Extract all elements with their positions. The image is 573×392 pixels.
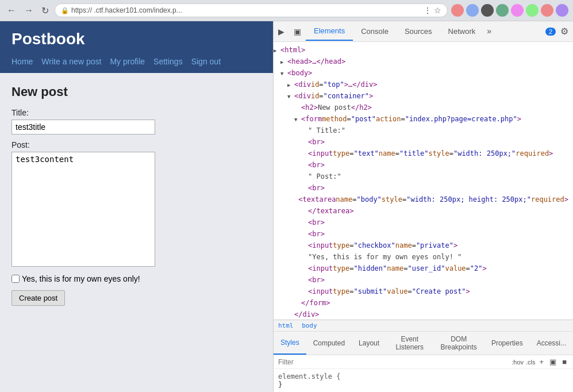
bookmark-button[interactable]: ☆ <box>434 6 441 15</box>
expand-arrow[interactable] <box>280 56 287 67</box>
profile-icon-5[interactable] <box>511 4 524 17</box>
profile-icon-3[interactable] <box>481 4 494 17</box>
head-node[interactable]: <head>…</head> <box>274 56 573 67</box>
expand-arrow[interactable] <box>294 114 301 124</box>
page-title: New post <box>11 84 261 99</box>
breadcrumb-body[interactable]: body <box>302 322 317 329</box>
br-node-6[interactable]: <br> <box>274 274 573 286</box>
devtools-bottom-panel: html body Styles Computed Layout Event L… <box>274 320 573 392</box>
html-tree[interactable]: <html> <head>…</head> <body> <div id="to… <box>274 42 573 320</box>
tab-layout[interactable]: Layout <box>352 332 386 355</box>
address-bar[interactable]: 🔒 https:// .ctf.hacker101.com/index.p...… <box>55 3 448 17</box>
text-post-node[interactable]: " Post:" <box>274 171 573 182</box>
page-content: New post Title: Post: test3content Yes, … <box>0 73 273 392</box>
textarea-close-node[interactable]: </textarea> <box>274 205 573 217</box>
div-container-node[interactable]: <div id="container"> <box>274 90 573 102</box>
tab-dom-breakpoints[interactable]: DOM Breakpoints <box>433 332 484 355</box>
more-tabs-icon[interactable]: » <box>483 22 495 41</box>
nav-home[interactable]: Home <box>11 57 33 66</box>
profile-icon-8[interactable] <box>556 4 568 17</box>
page-nav: Home Write a new post My profile Setting… <box>0 57 273 73</box>
form-close-node[interactable]: </form> <box>274 297 573 309</box>
reload-button[interactable]: ↻ <box>39 4 51 17</box>
div-close-node[interactable]: </div> <box>274 309 573 320</box>
main-split: Postbook Home Write a new post My profil… <box>0 21 573 392</box>
text-title-node[interactable]: " Title:" <box>274 125 573 136</box>
breadcrumb-html[interactable]: html <box>278 322 294 329</box>
input-title-node[interactable]: <input type="text" name="title" style="w… <box>274 148 573 159</box>
create-post-button[interactable]: Create post <box>11 290 65 306</box>
tab-network[interactable]: Network <box>440 22 484 41</box>
nav-signout[interactable]: Sign out <box>191 57 221 66</box>
expand-arrow[interactable] <box>287 91 294 101</box>
inspect-element-icon[interactable]: ▶ <box>274 22 289 41</box>
nav-profile[interactable]: My profile <box>110 57 145 66</box>
tab-properties[interactable]: Properties <box>484 332 530 355</box>
css-rule-label: element.style { <box>278 372 340 381</box>
profile-icon-2[interactable] <box>466 4 479 17</box>
forward-button[interactable]: → <box>22 4 36 17</box>
styles-content: element.style { } <box>274 369 573 392</box>
title-label: Title: <box>11 108 261 117</box>
breadcrumb: html body <box>274 320 573 332</box>
input-submit-node[interactable]: <input type="submit" value="Create post"… <box>274 286 573 297</box>
devtools-tabs: Elements Console Sources Network » <box>306 22 544 41</box>
br-node-3[interactable]: <br> <box>274 182 573 194</box>
profile-icon-4[interactable] <box>496 4 509 17</box>
tab-computed[interactable]: Computed <box>306 332 352 355</box>
text-eyes-node[interactable]: "Yes, this is for my own eyes only! " <box>274 251 573 263</box>
browser-toolbar: ← → ↻ 🔒 https:// .ctf.hacker101.com/inde… <box>0 0 573 21</box>
site-title: Postbook <box>11 30 261 48</box>
expand-arrow[interactable] <box>280 68 287 78</box>
profile-icon-7[interactable] <box>541 4 553 17</box>
nav-settings[interactable]: Settings <box>153 57 183 66</box>
body-node[interactable]: <body> <box>274 67 573 79</box>
br-node-4[interactable]: <br> <box>274 217 573 228</box>
h2-node[interactable]: <h2>New post</h2> <box>274 102 573 113</box>
devtools-settings-icon[interactable]: ⚙ <box>556 21 573 41</box>
device-toggle-icon[interactable]: ▣ <box>289 22 306 41</box>
nav-write[interactable]: Write a new post <box>41 57 101 66</box>
br-node-1[interactable]: <br> <box>274 136 573 148</box>
expand-arrow[interactable] <box>287 79 294 90</box>
expand-arrow[interactable] <box>274 45 280 55</box>
profile-icon-1[interactable] <box>451 4 464 17</box>
checkbox-label: Yes, this is for my own eyes only! <box>22 274 140 283</box>
browser-chrome: ← → ↻ 🔒 https:// .ctf.hacker101.com/inde… <box>0 0 573 21</box>
filter-options: :hov .cls + ▣ ■ <box>512 357 568 367</box>
title-group: Title: <box>11 108 261 134</box>
tab-event-listeners[interactable]: Event Listeners <box>386 332 433 355</box>
filter-bar: :hov .cls + ▣ ■ <box>274 355 573 369</box>
tab-accessibility[interactable]: Accessi... <box>530 332 573 355</box>
webpage: Postbook Home Write a new post My profil… <box>0 21 273 392</box>
page-header: Postbook <box>0 21 273 57</box>
post-group: Post: test3content <box>11 140 261 268</box>
tab-console[interactable]: Console <box>353 22 397 41</box>
address-text: https:// .ctf.hacker101.com/index.p... <box>71 6 421 14</box>
div-top-node[interactable]: <div id="top">…</div> <box>274 79 573 90</box>
textarea-node[interactable]: <textarea name="body" style="width: 250p… <box>274 194 573 205</box>
tab-sources[interactable]: Sources <box>397 22 440 41</box>
profile-icon-6[interactable] <box>526 4 539 17</box>
tab-elements[interactable]: Elements <box>306 22 353 41</box>
html-node[interactable]: <html> <box>274 44 573 56</box>
toggle-filter-icon[interactable]: ■ <box>560 357 568 367</box>
lock-icon: 🔒 <box>61 7 69 14</box>
hov-filter: :hov <box>512 359 524 366</box>
input-checkbox-node[interactable]: <input type="checkbox" name="private"> <box>274 240 573 251</box>
filter-input[interactable] <box>278 358 509 366</box>
add-filter-button[interactable]: + <box>538 357 546 367</box>
css-close-brace: } <box>278 381 282 389</box>
share-button[interactable]: ⋮ <box>424 6 432 15</box>
input-hidden-node[interactable]: <input type="hidden" name="user_id" valu… <box>274 263 573 274</box>
color-picker-icon[interactable]: ▣ <box>548 357 558 367</box>
toolbar-icons <box>451 4 568 17</box>
back-button[interactable]: ← <box>5 4 18 17</box>
form-node[interactable]: <form method="post" action="index.php?pa… <box>274 113 573 125</box>
post-textarea[interactable]: test3content <box>11 152 155 267</box>
br-node-2[interactable]: <br> <box>274 159 573 171</box>
title-input[interactable] <box>11 120 155 134</box>
tab-styles[interactable]: Styles <box>274 332 306 355</box>
private-checkbox[interactable] <box>11 275 20 283</box>
br-node-5[interactable]: <br> <box>274 228 573 240</box>
